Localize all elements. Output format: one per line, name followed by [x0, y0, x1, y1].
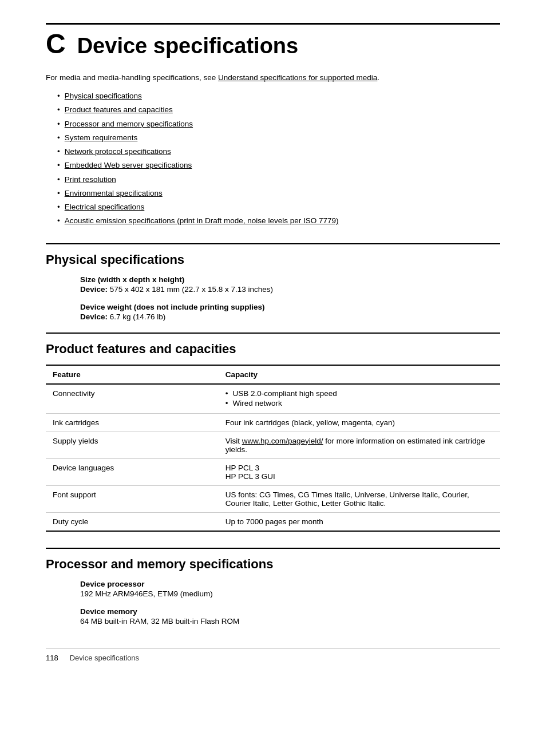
- toc-item-resolution: Print resolution: [57, 174, 500, 185]
- weight-device-value: 6.7 kg (14.76 lb): [110, 312, 166, 321]
- table-row: Supply yields Visit www.hp.com/pageyield…: [46, 432, 500, 458]
- footer-text: Device specifications: [70, 654, 139, 662]
- capacity-connectivity: USB 2.0-compliant high speed Wired netwo…: [219, 384, 500, 414]
- memory-label: Device memory: [80, 607, 500, 616]
- page-header: C Device specifications: [46, 30, 500, 58]
- toc-link-environmental[interactable]: Environmental specifications: [65, 188, 163, 199]
- weight-label: Device weight (does not include printing…: [80, 303, 500, 311]
- size-device-label: Device:: [80, 285, 108, 294]
- toc-link-system[interactable]: System requirements: [65, 132, 138, 144]
- toc-item-electrical: Electrical specifications: [57, 201, 500, 213]
- col-header-feature: Feature: [46, 365, 219, 384]
- toc-link-network[interactable]: Network protocol specifications: [65, 146, 171, 157]
- col-header-capacity: Capacity: [219, 365, 500, 384]
- size-label: Size (width x depth x height): [80, 275, 500, 284]
- physical-section-title: Physical specifications: [46, 252, 500, 267]
- toc-item-acoustic: Acoustic emission specifications (print …: [57, 215, 500, 227]
- toc-item-processor: Processor and memory specifications: [57, 118, 500, 130]
- weight-value: Device: 6.7 kg (14.76 lb): [80, 312, 500, 321]
- list-item: Wired network: [225, 399, 493, 407]
- capacity-supply-yields: Visit www.hp.com/pageyield/ for more inf…: [219, 432, 500, 458]
- processor-section-divider: [46, 548, 500, 549]
- weight-spec-block: Device weight (does not include printing…: [80, 303, 500, 321]
- physical-section: Physical specifications Size (width x de…: [46, 243, 500, 321]
- size-spec-block: Size (width x depth x height) Device: 57…: [80, 275, 500, 294]
- table-row: Connectivity USB 2.0-compliant high spee…: [46, 384, 500, 414]
- feature-font-support: Font support: [46, 485, 219, 512]
- page-container: C Device specifications For media and me…: [0, 0, 546, 696]
- page-footer: 118 Device specifications: [46, 648, 500, 662]
- features-section: Product features and capacities Feature …: [46, 333, 500, 532]
- intro-paragraph: For media and media-handling specificati…: [46, 72, 500, 84]
- toc-item-physical: Physical specifications: [57, 90, 500, 102]
- physical-section-divider: [46, 243, 500, 244]
- toc-item-environmental: Environmental specifications: [57, 188, 500, 199]
- memory-value: 64 MB built-in RAM, 32 MB built-in Flash…: [80, 617, 500, 626]
- capacity-ink-cartridges: Four ink cartridges (black, yellow, mage…: [219, 413, 500, 432]
- capacity-device-languages: HP PCL 3HP PCL 3 GUI: [219, 458, 500, 485]
- toc-link-webserver[interactable]: Embedded Web server specifications: [65, 160, 192, 171]
- chapter-letter: C: [46, 30, 66, 58]
- features-table: Feature Capacity Connectivity USB 2.0-co…: [46, 365, 500, 532]
- toc-link-electrical[interactable]: Electrical specifications: [65, 201, 145, 213]
- table-row: Ink cartridges Four ink cartridges (blac…: [46, 413, 500, 432]
- list-item: USB 2.0-compliant high speed: [225, 389, 493, 398]
- supply-yields-link[interactable]: www.hp.com/pageyield/: [242, 437, 323, 445]
- top-border: [46, 23, 500, 25]
- feature-device-languages: Device languages: [46, 458, 219, 485]
- feature-duty-cycle: Duty cycle: [46, 512, 219, 531]
- capacity-font-support: US fonts: CG Times, CG Times Italic, Uni…: [219, 485, 500, 512]
- features-section-divider: [46, 333, 500, 334]
- processor-label: Device processor: [80, 580, 500, 588]
- feature-ink-cartridges: Ink cartridges: [46, 413, 219, 432]
- table-header-row: Feature Capacity: [46, 365, 500, 384]
- processor-spec-block: Device processor 192 MHz ARM946ES, ETM9 …: [80, 580, 500, 598]
- toc-link-acoustic[interactable]: Acoustic emission specifications (print …: [65, 215, 339, 227]
- capacity-duty-cycle: Up to 7000 pages per month: [219, 512, 500, 531]
- toc-link-resolution[interactable]: Print resolution: [65, 174, 116, 185]
- intro-link[interactable]: Understand specifications for supported …: [218, 73, 377, 82]
- toc-item-system: System requirements: [57, 132, 500, 144]
- processor-section: Processor and memory specifications Devi…: [46, 548, 500, 626]
- toc-link-features[interactable]: Product features and capacities: [65, 104, 173, 116]
- feature-connectivity: Connectivity: [46, 384, 219, 414]
- processor-section-title: Processor and memory specifications: [46, 557, 500, 572]
- toc-item-network: Network protocol specifications: [57, 146, 500, 157]
- weight-device-label: Device:: [80, 312, 108, 321]
- connectivity-list: USB 2.0-compliant high speed Wired netwo…: [225, 389, 493, 407]
- table-row: Font support US fonts: CG Times, CG Time…: [46, 485, 500, 512]
- table-row: Duty cycle Up to 7000 pages per month: [46, 512, 500, 531]
- toc-item-webserver: Embedded Web server specifications: [57, 160, 500, 171]
- toc-item-features: Product features and capacities: [57, 104, 500, 116]
- table-row: Device languages HP PCL 3HP PCL 3 GUI: [46, 458, 500, 485]
- toc-link-processor[interactable]: Processor and memory specifications: [65, 118, 193, 130]
- feature-supply-yields: Supply yields: [46, 432, 219, 458]
- intro-text-prefix: For media and media-handling specificati…: [46, 73, 216, 82]
- toc-link-physical[interactable]: Physical specifications: [65, 90, 142, 102]
- page-number: 118: [46, 654, 58, 662]
- size-device-value: 575 x 402 x 181 mm (22.7 x 15.8 x 7.13 i…: [110, 285, 273, 294]
- processor-value: 192 MHz ARM946ES, ETM9 (medium): [80, 589, 500, 598]
- toc-list: Physical specifications Product features…: [57, 90, 500, 227]
- chapter-title: Device specifications: [77, 34, 299, 58]
- features-section-title: Product features and capacities: [46, 342, 500, 357]
- memory-spec-block: Device memory 64 MB built-in RAM, 32 MB …: [80, 607, 500, 626]
- size-value: Device: 575 x 402 x 181 mm (22.7 x 15.8 …: [80, 285, 500, 294]
